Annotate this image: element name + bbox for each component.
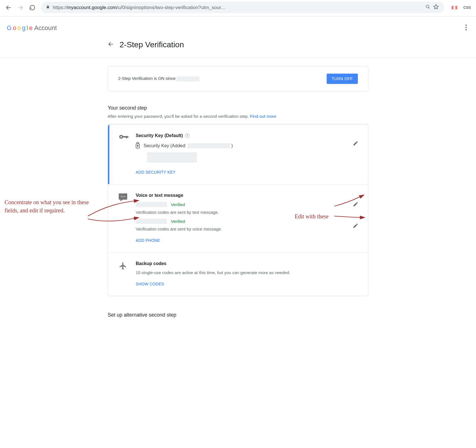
search-icon[interactable]: [425, 4, 430, 11]
message-icon: [119, 193, 129, 245]
status-card: 2-Step Verification is ON since TURN OFF: [108, 66, 368, 91]
turn-off-button[interactable]: TURN OFF: [327, 74, 358, 84]
forward-nav-icon[interactable]: [17, 4, 24, 11]
annotation-left: Concentrate on what you see in these fie…: [5, 198, 90, 215]
status-text: 2-Step Verification is ON since: [118, 76, 199, 81]
page-title: 2-Step Verification: [120, 40, 184, 49]
svg-point-5: [466, 25, 467, 26]
annotation-right: Edit with these: [295, 213, 329, 220]
bookmark-star-icon[interactable]: [433, 4, 439, 11]
redacted-phone-1: [136, 202, 167, 207]
svg-point-2: [426, 5, 429, 8]
voice-message-desc: Verification codes are sent by voice mes…: [136, 227, 346, 231]
step-security-key: Security Key (Default) ? Security Key (A…: [108, 125, 368, 184]
help-icon[interactable]: ?: [185, 133, 190, 138]
svg-line-3: [429, 7, 430, 8]
security-key-title: Security Key (Default) ?: [136, 133, 346, 138]
lock-icon: [46, 5, 50, 10]
steps-list: Security Key (Default) ? Security Key (A…: [108, 124, 368, 296]
svg-point-16: [137, 145, 138, 146]
find-out-more-link[interactable]: Find out more: [250, 114, 276, 119]
svg-marker-4: [434, 5, 439, 9]
svg-point-21: [124, 196, 125, 197]
back-nav-icon[interactable]: [5, 4, 12, 11]
backup-codes-desc: 10 single-use codes are active at this t…: [136, 270, 358, 275]
main-content: 2-Step Verification is ON since TURN OFF…: [99, 66, 377, 335]
second-step-heading: Your second step: [108, 105, 368, 111]
redacted-key-date: [188, 143, 230, 148]
svg-point-6: [466, 27, 467, 28]
extension-css-icon[interactable]: CSS: [463, 5, 471, 10]
second-step-desc: After entering your password, you'll be …: [108, 114, 368, 119]
add-security-key-button[interactable]: ADD SECURITY KEY: [136, 168, 176, 177]
svg-rect-13: [128, 136, 128, 138]
redacted-phone-2: [136, 219, 167, 224]
svg-point-20: [122, 196, 123, 197]
extension-flag-icon[interactable]: [451, 6, 458, 10]
back-arrow-icon[interactable]: [108, 41, 114, 48]
page-title-row: 2-Step Verification: [99, 40, 377, 49]
edit-phone-2-icon[interactable]: [353, 223, 358, 230]
verified-label-1: Verified: [171, 202, 185, 207]
svg-point-10: [120, 136, 122, 137]
usb-icon: [136, 142, 140, 150]
svg-point-19: [121, 196, 122, 197]
divider: [0, 57, 476, 57]
url-text: https://myaccount.google.com/u/0/signino…: [53, 5, 422, 10]
backup-codes-title: Backup codes: [136, 261, 358, 266]
security-key-label: Security Key (Added: ): [144, 143, 233, 149]
reload-icon[interactable]: [29, 4, 36, 11]
key-icon: [119, 133, 129, 177]
redacted-key-name: [147, 152, 197, 163]
edit-phone-1-icon[interactable]: [353, 201, 358, 208]
show-codes-button[interactable]: SHOW CODES: [136, 280, 164, 289]
google-account-logo[interactable]: Google Account: [7, 24, 57, 32]
browser-extensions: CSS: [451, 5, 471, 10]
edit-security-key-icon[interactable]: [353, 140, 358, 147]
airplane-icon: [119, 261, 129, 289]
step-voice-text: Voice or text message Verified Verificat…: [108, 184, 368, 252]
overflow-menu-icon[interactable]: [463, 22, 469, 34]
voice-text-title: Voice or text message: [136, 193, 346, 198]
verified-label-2: Verified: [171, 219, 185, 224]
step-backup-codes: Backup codes 10 single-use codes are act…: [108, 252, 368, 296]
redacted-date: [177, 76, 199, 82]
alt-step-heading: Set up alternative second step: [108, 312, 368, 318]
svg-rect-12: [126, 136, 127, 138]
add-phone-button[interactable]: ADD PHONE: [136, 236, 160, 245]
address-bar[interactable]: https://myaccount.google.com/u/0/signino…: [41, 2, 444, 13]
svg-point-7: [466, 29, 467, 30]
browser-toolbar: https://myaccount.google.com/u/0/signino…: [0, 0, 476, 16]
app-header: Google Account: [0, 16, 476, 40]
svg-marker-18: [120, 200, 123, 201]
